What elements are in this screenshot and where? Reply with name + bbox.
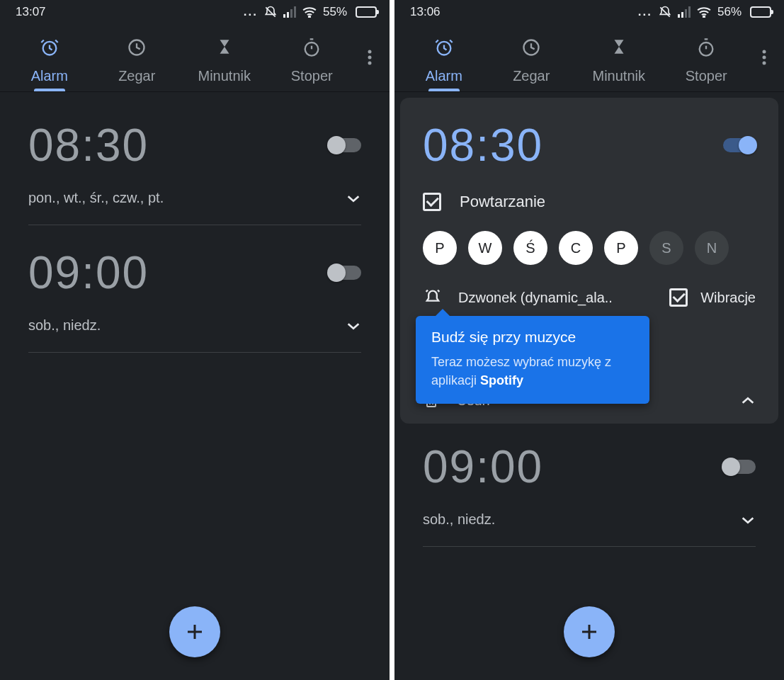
status-bar: 13:06 ... 56% [394,0,784,24]
tab-timer[interactable]: Minutnik [181,37,268,91]
divider [423,546,756,547]
ringtone-icon [423,288,443,307]
day-toggle[interactable]: P [423,231,457,265]
hourglass-icon [610,37,628,58]
alarm-item[interactable]: 09:00 sob., niedz. [394,424,784,546]
svg-rect-1 [287,12,289,18]
day-toggle[interactable]: W [468,231,502,265]
tab-label: Alarm [426,68,462,84]
clock-icon [521,37,541,58]
tab-clock[interactable]: Zegar [488,37,576,91]
day-toggle[interactable]: P [604,231,638,265]
tab-stopwatch[interactable]: Stoper [663,37,751,91]
spotify-tooltip[interactable]: Budź się przy muzyce Teraz możesz wybrać… [416,316,649,404]
day-toggle[interactable]: Ś [513,231,547,265]
svg-point-4 [309,16,310,18]
svg-rect-0 [283,14,285,18]
clock-icon [127,37,147,58]
alarm-icon [434,37,454,58]
svg-point-21 [763,62,766,65]
day-toggle[interactable]: S [649,231,683,265]
alarm-item[interactable]: 09:00 sob., niedz. [0,225,390,352]
divider [28,352,361,353]
hourglass-icon [215,37,234,58]
alarm-expanded-card: 08:30 Powtarzanie PWŚCPSN Dzwonek (dynam… [400,98,778,424]
tab-alarm[interactable]: Alarm [6,37,93,91]
battery-icon [747,6,771,18]
tooltip-title: Budź się przy muzyce [431,329,634,346]
svg-rect-12 [681,12,683,18]
tab-bar: Alarm Zegar Minutnik Stoper [0,24,390,91]
vibrate-label: Wibracje [700,290,756,306]
phone-right: 13:06 ... 56% Alarm Ze [394,0,784,680]
tab-label: Stoper [686,68,727,84]
expand-icon[interactable] [346,193,361,203]
svg-point-10 [368,62,372,65]
day-picker: PWŚCPSN [423,231,756,265]
svg-rect-2 [290,9,292,18]
dnd-icon [263,5,278,19]
tab-label: Alarm [31,68,68,84]
alarm-toggle[interactable] [329,138,361,152]
overflow-menu-button[interactable] [356,49,384,91]
tab-label: Stoper [291,68,333,84]
day-toggle[interactable]: N [695,231,729,265]
alarm-days-summary: sob., niedz. [28,317,101,334]
alarm-toggle[interactable] [723,460,756,474]
tab-label: Minutnik [198,68,251,84]
repeat-checkbox[interactable] [423,193,441,211]
alarm-time[interactable]: 09:00 [28,246,149,299]
alarm-icon [40,37,59,58]
tab-timer[interactable]: Minutnik [575,37,663,91]
battery-icon [353,6,377,18]
overflow-menu-button[interactable] [750,49,778,91]
phone-left: 13:07 ... 55% Alarm Ze [0,0,390,680]
alarm-time[interactable]: 08:30 [423,119,543,171]
tab-alarm[interactable]: Alarm [400,37,488,91]
stopwatch-icon [302,37,322,58]
tab-label: Zegar [118,68,155,84]
svg-point-15 [703,16,705,18]
alarm-time[interactable]: 09:00 [423,441,543,493]
alarm-item[interactable]: 08:30 pon., wt., śr., czw., pt. [0,98,390,225]
battery-pct: 55% [323,5,347,19]
status-time: 13:06 [410,5,441,19]
alarm-days-summary: sob., niedz. [423,511,495,528]
collapse-icon[interactable] [740,395,756,405]
svg-point-20 [763,56,766,60]
alarm-days-summary: pon., wt., śr., czw., pt. [28,190,164,206]
svg-rect-14 [688,6,691,18]
stopwatch-icon [696,37,716,58]
svg-rect-11 [678,14,680,18]
tooltip-body: Teraz możesz wybrać muzykę z aplikacji S… [431,353,634,390]
dnd-icon [658,5,672,19]
status-time: 13:07 [16,5,46,19]
tab-label: Zegar [513,68,550,84]
alarm-list: 08:30 pon., wt., śr., czw., pt. 09:00 so… [0,92,390,353]
tab-clock[interactable]: Zegar [93,37,181,91]
signal-icon [678,6,691,18]
expand-icon[interactable] [740,515,756,525]
svg-point-9 [368,56,372,60]
alarm-time[interactable]: 08:30 [28,119,149,171]
add-alarm-fab[interactable] [169,606,220,657]
svg-rect-13 [685,9,687,18]
alarm-toggle[interactable] [329,266,361,280]
vibrate-checkbox[interactable] [669,288,688,307]
ringtone-label[interactable]: Dzwonek (dynamic_ala.. [458,290,654,306]
status-bar: 13:07 ... 55% [0,0,390,24]
tab-bar: Alarm Zegar Minutnik Stoper [394,24,784,91]
svg-point-8 [368,50,372,54]
more-indicators-icon: ... [244,5,258,19]
alarm-toggle[interactable] [723,138,756,152]
svg-rect-3 [294,6,296,18]
wifi-icon [302,6,317,18]
more-indicators-icon: ... [638,5,652,19]
add-alarm-fab[interactable] [564,606,615,657]
expand-icon[interactable] [346,321,361,331]
signal-icon [283,6,296,18]
wifi-icon [696,6,712,18]
tab-stopwatch[interactable]: Stoper [268,37,356,91]
day-toggle[interactable]: C [559,231,593,265]
repeat-label: Powtarzanie [460,193,545,211]
